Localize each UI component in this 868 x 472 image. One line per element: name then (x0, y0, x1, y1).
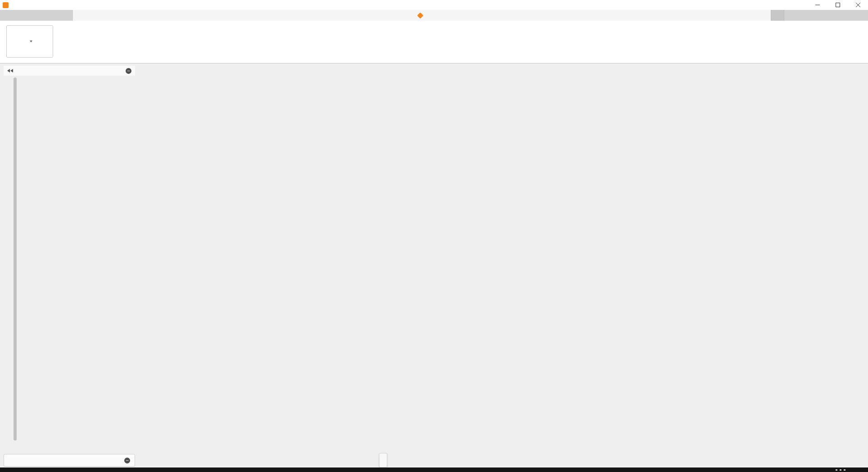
status-bar-glyphs (836, 469, 845, 471)
comment-box[interactable]: – (4, 454, 135, 467)
browser-header[interactable]: – (4, 66, 135, 76)
viewport-3d[interactable] (0, 64, 868, 467)
new-document-tab-button[interactable] (771, 10, 784, 21)
fusion-logo-icon (3, 2, 9, 8)
window-minimize-button[interactable] (807, 0, 827, 10)
document-tab[interactable] (73, 10, 771, 21)
view-navigation-bar (379, 453, 387, 467)
title-bar (0, 0, 868, 10)
ribbon-toolbar (0, 21, 868, 64)
browser-scrollbar[interactable] (14, 77, 17, 440)
panel-minimize-icon[interactable]: – (126, 68, 131, 74)
chevron-down-icon (30, 41, 32, 42)
window-maximize-button[interactable] (827, 0, 848, 10)
document-tab-bar (0, 10, 868, 21)
status-bar (0, 467, 868, 472)
app-bar-right-icons (857, 10, 868, 21)
document-icon (417, 12, 423, 18)
workspace-selector[interactable] (6, 25, 53, 58)
window-close-button[interactable] (848, 0, 868, 10)
panel-minimize-icon[interactable]: – (124, 458, 130, 463)
quick-access-toolbar (0, 10, 73, 21)
collapse-panel-icon[interactable] (7, 69, 13, 73)
